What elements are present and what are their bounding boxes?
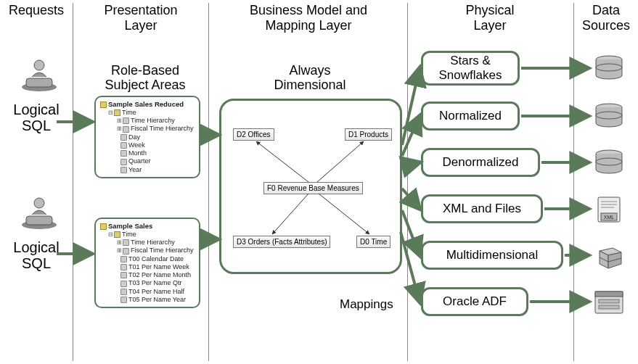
tree1-item: Day	[128, 133, 140, 141]
database-icon	[592, 149, 626, 177]
svg-point-5	[34, 198, 44, 208]
tree2-item: T05 Per Name Year	[128, 296, 186, 303]
divider-4	[573, 3, 574, 361]
svg-line-7	[317, 141, 364, 182]
user-icon	[19, 58, 60, 91]
dim-d3-orders: D3 Orders (Facts Attributes)	[233, 236, 330, 248]
app-window-icon	[592, 289, 626, 316]
mappings-label: Mappings	[340, 297, 393, 312]
tree2-item: T00 Calendar Date	[128, 255, 184, 262]
svg-line-32	[402, 68, 420, 145]
dim-d1-products: D1 Products	[345, 128, 392, 141]
phys-normalized: Normalized	[421, 102, 520, 131]
tree2-folder: Time	[122, 231, 136, 238]
svg-rect-4	[26, 216, 52, 225]
tree2-item: T01 Per Name Week	[128, 263, 189, 270]
svg-text:XML: XML	[604, 215, 615, 220]
svg-line-34	[402, 162, 420, 167]
svg-point-2	[34, 60, 44, 70]
business-model-box: D2 Offices D1 Products F0 Revenue Base M…	[219, 99, 402, 274]
divider-3	[407, 3, 408, 361]
tree2-item: T04 Per Name Half	[128, 288, 184, 295]
database-icon	[592, 55, 626, 83]
tree1-item: Week	[128, 141, 145, 149]
svg-line-8	[272, 194, 308, 234]
col-header-datasources: Data Sources	[577, 3, 635, 33]
tree1-item: Fiscal Time Hierarchy	[131, 125, 194, 132]
xml-file-icon: XML	[592, 196, 626, 223]
svg-line-37	[401, 232, 420, 302]
user-icon	[19, 196, 60, 229]
col-header-business: Business Model and Mapping Layer	[215, 3, 402, 33]
svg-rect-1	[26, 78, 52, 87]
phys-denormalized: Denormalized	[421, 148, 540, 177]
svg-rect-27	[599, 305, 619, 309]
col-header-physical: Physical Layer	[414, 3, 566, 33]
svg-rect-25	[595, 291, 623, 297]
fact-f0-revenue: F0 Revenue Base Measures	[263, 182, 363, 194]
cube-icon	[592, 242, 626, 270]
tree1-folder: Time	[122, 109, 136, 116]
divider-2	[208, 3, 209, 361]
svg-line-6	[256, 141, 308, 182]
tree1-title: Sample Sales Reduced	[108, 100, 184, 108]
svg-line-33	[402, 116, 420, 156]
phys-xml-files: XML and Files	[421, 194, 543, 223]
logical-sql-label-1: Logical SQL	[4, 102, 68, 133]
tree1-item: Time Hierarchy	[131, 117, 175, 124]
svg-line-9	[319, 194, 369, 234]
tree2-item: Time Hierarchy	[131, 239, 175, 246]
tree1-item: Year	[128, 166, 142, 173]
tree1-item: Quarter	[128, 157, 151, 165]
svg-line-36	[402, 210, 420, 255]
database-icon	[592, 103, 626, 131]
presentation-heading: Role-Based Subject Areas	[87, 64, 203, 93]
subject-area-tree-1: Sample Sales Reduced ⊟Time ⊞Time Hierarc…	[94, 96, 200, 178]
tree2-title: Sample Sales	[108, 222, 152, 230]
divider-1	[73, 3, 73, 361]
phys-oracle-adf: Oracle ADF	[421, 287, 528, 316]
tree2-item: T02 Per Name Month	[128, 271, 191, 278]
dim-d0-time: D0 Time	[356, 236, 390, 248]
col-header-requests: Requests	[3, 3, 70, 18]
svg-line-35	[402, 189, 420, 209]
tree2-item: Fiscal Time Hierarchy	[131, 247, 194, 254]
col-header-presentation: Presentation Layer	[78, 3, 203, 33]
phys-multidimensional: Multidimensional	[421, 241, 563, 270]
tree1-item: Month	[128, 149, 147, 157]
svg-rect-26	[599, 299, 619, 303]
business-heading: Always Dimensional	[241, 64, 379, 93]
dim-d2-offices: D2 Offices	[233, 128, 274, 141]
subject-area-tree-2: Sample Sales ⊟Time ⊞Time Hierarchy ⊞Fisc…	[94, 218, 200, 308]
logical-sql-label-2: Logical SQL	[4, 239, 68, 271]
tree2-item: T03 Per Name Qtr	[128, 279, 182, 286]
phys-stars-snowflakes: Stars & Snowflakes	[421, 51, 520, 86]
